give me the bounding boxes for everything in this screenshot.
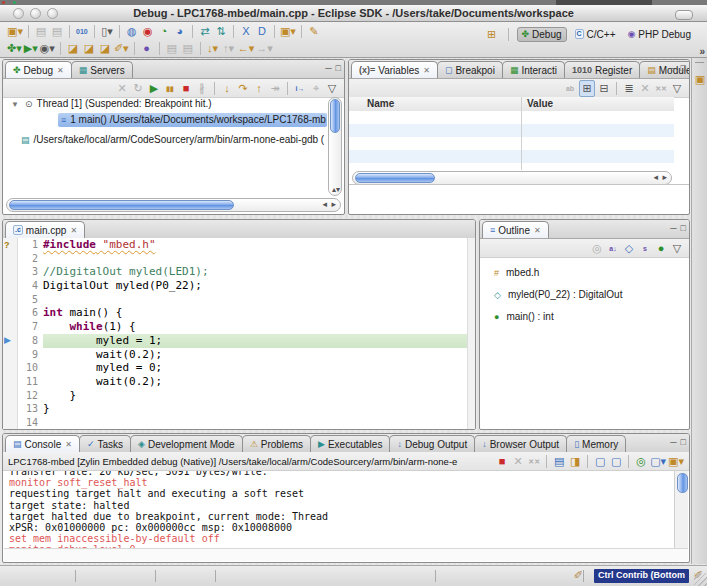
tab-servers[interactable]: ▦ Servers (71, 61, 133, 78)
outline-item[interactable]: mbed.h (506, 267, 539, 278)
clear-console-icon[interactable]: ▤ (552, 454, 566, 469)
run-button[interactable]: ▶▾ (24, 41, 38, 56)
team-share-button[interactable]: ⇅ (214, 24, 228, 39)
code-area[interactable]: 1#include "mbed.h" 2 3//DigitalOut myled… (18, 238, 467, 429)
close-icon[interactable]: ✕ (70, 226, 77, 235)
minimize-view-icon[interactable]: ─ (670, 437, 676, 447)
close-icon[interactable]: ✕ (65, 440, 72, 449)
tab-browser-output[interactable]: ↓ Browser Output (474, 435, 567, 452)
tab-executables[interactable]: ▶ Executables (310, 435, 390, 452)
view-menu-icon[interactable]: ▽ (670, 81, 684, 96)
step-return-icon[interactable]: ↑ (252, 81, 266, 96)
feather-button[interactable]: ✎ (307, 24, 321, 39)
tab-memory[interactable]: ▯ Memory (566, 435, 626, 452)
annotation-ruler[interactable]: ? ▶ (3, 238, 18, 429)
perspective-php[interactable]: ◉ PHP Debug (624, 28, 696, 41)
close-icon[interactable]: ✕ (57, 66, 64, 75)
collapse-all-icon[interactable]: ⊟ (597, 81, 611, 96)
tab-main-cpp[interactable]: .c main.cpp ✕ (5, 221, 85, 238)
maximize-view-icon[interactable]: □ (681, 63, 686, 73)
tab-variables[interactable]: (x)= Variables ✕ (351, 61, 438, 78)
maximize-view-icon[interactable]: □ (681, 437, 686, 447)
open-console-icon[interactable]: ▣▾ (668, 454, 684, 469)
open-folder-button-3[interactable]: ◪ (98, 41, 112, 56)
thread-row[interactable]: Thread [1] (Suspended: Breakpoint hit.) (37, 98, 212, 109)
minimize-view-icon[interactable]: ─ (670, 223, 676, 233)
warning-marker-icon[interactable]: ? (4, 240, 10, 250)
display-console-icon[interactable]: ▢▾ (650, 454, 666, 469)
instruction-pointer-icon[interactable]: ▶ (4, 335, 11, 345)
toolbar-toggle-lozenge[interactable] (675, 10, 693, 20)
export-button[interactable]: ↑▾ (222, 41, 236, 56)
debug-vertical-scrollbar[interactable]: ▴▾ (328, 97, 342, 196)
perspective-overflow-button[interactable]: » (699, 46, 705, 57)
outline-item[interactable]: myled(P0_22) : DigitalOut (508, 289, 623, 300)
back-button[interactable]: ←▾ (238, 41, 255, 56)
overview-ruler[interactable] (467, 238, 475, 429)
step-filters-icon[interactable]: ⌖ (309, 81, 323, 96)
team-sync-button[interactable]: ⇄ (198, 24, 212, 39)
new-dropdown-button[interactable]: ▣▾ (280, 24, 296, 39)
print-button[interactable]: ▤ (50, 24, 64, 39)
save-button[interactable]: ▤ (34, 24, 48, 39)
instruction-stepping-icon[interactable]: ↠ (268, 81, 282, 96)
hide-static-icon[interactable]: s (638, 241, 652, 256)
maximize-view-icon[interactable]: □ (336, 63, 341, 73)
show-stdout-icon[interactable]: ▢ (593, 454, 607, 469)
remove-all-launches-icon[interactable]: ✕✕ (527, 454, 541, 469)
ctrl-contrib-button[interactable]: Ctrl Contrib (Bottom (594, 569, 689, 583)
fast-view-icon[interactable]: ▣ (693, 72, 707, 87)
brush-button[interactable]: ✐▾ (114, 41, 129, 56)
tab-debug[interactable]: ✤ Debug ✕ (5, 61, 72, 78)
terminate-icon[interactable]: ■ (495, 454, 509, 469)
remove-variable-icon[interactable]: ✕ (638, 81, 652, 96)
view-menu-icon[interactable]: ▽ (325, 81, 339, 96)
link-editor-icon[interactable]: ◎ (590, 241, 604, 256)
forward-button[interactable]: →▾ (256, 41, 273, 56)
new-wizard-button[interactable]: ▣▾ (7, 24, 23, 39)
save-all-button[interactable]: ▤ (181, 41, 195, 56)
scroll-arrows[interactable]: ◂ ▸ (322, 199, 337, 209)
open-perspective-button[interactable]: ⊞ (485, 27, 499, 42)
minimize-view-icon[interactable]: ─ (325, 63, 331, 73)
suspend-icon[interactable]: ▮▮ (163, 81, 177, 96)
scroll-arrows[interactable]: ◂ ▸ (653, 172, 668, 182)
close-icon[interactable]: ✕ (534, 226, 541, 235)
column-name[interactable]: Name (367, 98, 394, 109)
window-titlebar[interactable]: Debug - LPC1768-mbed/main.cpp - Eclipse … (0, 5, 707, 22)
minimize-view-icon[interactable]: ─ (670, 63, 676, 73)
green-clock-button[interactable]: ◔ (157, 24, 171, 39)
tab-problems[interactable]: ⚠ Problems (242, 435, 311, 452)
variables-detail-pane[interactable] (349, 184, 689, 210)
import-button[interactable]: ↓▾ (206, 41, 220, 56)
step-into-icon[interactable]: ↓ (220, 81, 234, 96)
editor-body[interactable]: ? ▶ 1#include "mbed.h" 2 3//DigitalOut m… (3, 238, 475, 429)
tab-development-mode[interactable]: ◈ Development Mode (130, 435, 243, 452)
open-folder-button-2[interactable]: ◪ (82, 41, 96, 56)
show-logical-structures-icon[interactable]: ⊞ (579, 80, 595, 97)
blue-fetch-button[interactable]: ◕ (173, 24, 187, 39)
debug-horizontal-scrollbar[interactable]: ◂ ▸ (6, 198, 341, 212)
outline-item[interactable]: main() : int (506, 311, 553, 322)
step-into-selection-icon[interactable]: i→ (293, 81, 307, 96)
save-button-2[interactable]: ▤ (165, 41, 179, 56)
variables-table-body[interactable] (349, 111, 674, 170)
perspective-debug[interactable]: ✤ Debug (517, 27, 567, 42)
remove-all-variables-icon[interactable]: ✕✕ (654, 81, 668, 96)
console-vertical-scrollbar[interactable] (674, 471, 688, 549)
disconnect-icon[interactable]: ∦ (195, 81, 209, 96)
process-row[interactable]: /Users/take/local/arm/CodeSourcery/arm/b… (34, 134, 325, 145)
perspective-cpp[interactable]: C C/C++ (571, 28, 620, 41)
profile-button[interactable]: ◉▾ (40, 41, 55, 56)
show-columns-icon[interactable]: ≣ (622, 81, 636, 96)
remove-terminated-icon[interactable]: ✕ (115, 81, 129, 96)
scroll-arrows[interactable]: ▴▾ (331, 186, 341, 193)
tab-tasks[interactable]: ✓ Tasks (79, 435, 131, 452)
terminate-icon[interactable]: ■ (179, 81, 193, 96)
text-editor-button[interactable]: ▯▾ (100, 24, 114, 39)
sort-icon[interactable]: a↓ (606, 241, 620, 256)
resume-icon[interactable]: ▶ (147, 81, 161, 96)
column-divider[interactable] (521, 97, 522, 170)
tab-outline[interactable]: ≡ Outline ✕ (482, 221, 549, 238)
d-file-button[interactable]: D (255, 24, 269, 39)
